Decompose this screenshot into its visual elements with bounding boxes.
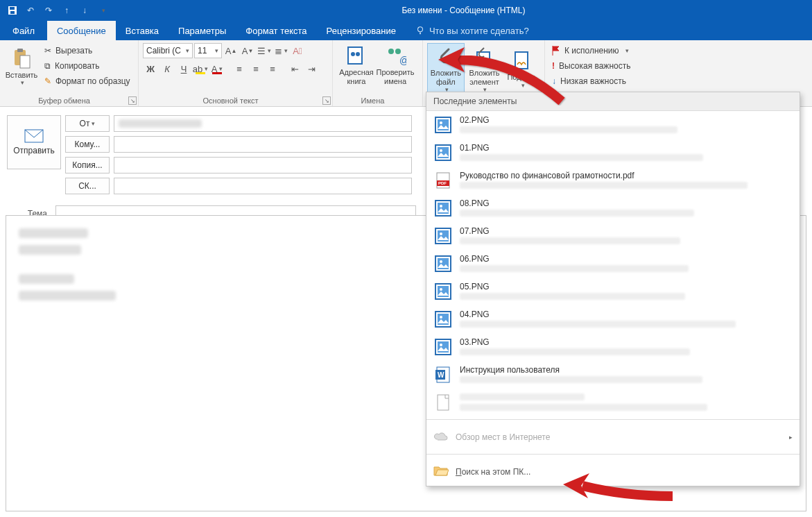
- recent-item[interactable]: 01.PNG: [426, 139, 800, 167]
- attach-file-dropdown: Последние элементы 02.PNG01.PNGPDFРуково…: [426, 92, 800, 486]
- file-path: [460, 182, 748, 189]
- undo-button[interactable]: ↶: [22, 2, 39, 19]
- high-importance-button[interactable]: ! Высокая важность: [549, 58, 644, 74]
- recent-items-header: Последние элементы: [426, 92, 800, 111]
- bullets-button[interactable]: ☰▾: [257, 43, 272, 58]
- highlight-button[interactable]: ab▾: [193, 61, 208, 76]
- italic-button[interactable]: К: [159, 61, 175, 76]
- svg-text:PDF: PDF: [438, 181, 447, 185]
- increase-font-button[interactable]: A▲: [223, 43, 239, 58]
- bcc-button[interactable]: СК...: [65, 178, 110, 194]
- check-names-label: Проверить имена: [376, 68, 415, 85]
- follow-up-button[interactable]: К исполнению▾: [549, 43, 644, 58]
- tab-message[interactable]: Сообщение: [47, 21, 116, 40]
- redo-button[interactable]: ↷: [40, 2, 57, 19]
- decrease-font-button[interactable]: A▼: [240, 43, 255, 58]
- bold-button[interactable]: Ж: [143, 61, 158, 76]
- clear-formatting-button[interactable]: A⃠: [290, 43, 305, 58]
- font-family-combo[interactable]: Calibri (С▾: [143, 43, 193, 58]
- file-path: [460, 265, 689, 272]
- svg-point-10: [356, 52, 360, 56]
- tell-me-label: Что вы хотите сделать?: [429, 26, 529, 36]
- send-label: Отправить: [13, 146, 55, 155]
- font-color-button[interactable]: A▾: [209, 61, 225, 76]
- recent-item[interactable]: 04.PNG: [426, 305, 800, 333]
- browse-pc-label: Поиск на этом ПК...: [456, 467, 530, 477]
- file-name: 07.PNG: [460, 226, 793, 236]
- file-name: 05.PNG: [460, 282, 793, 291]
- to-button[interactable]: Кому...: [65, 136, 110, 153]
- tab-format-text[interactable]: Формат текста: [236, 21, 316, 40]
- low-importance-button[interactable]: ↓ Низкая важность: [549, 74, 644, 89]
- recent-item[interactable]: [426, 389, 800, 416]
- recent-item[interactable]: 02.PNG: [426, 111, 800, 139]
- align-left-button[interactable]: ≡: [232, 61, 247, 76]
- tab-options[interactable]: Параметры: [169, 21, 236, 40]
- group-names-label: Имена: [333, 96, 413, 105]
- paste-button[interactable]: Вставить ▾: [4, 46, 39, 87]
- basic-text-dialog-launcher[interactable]: ↘: [322, 96, 331, 105]
- scissors-icon: ✂: [44, 46, 51, 56]
- recent-item[interactable]: WИнструкция пользователя: [426, 361, 800, 389]
- recent-item[interactable]: 06.PNG: [426, 250, 800, 278]
- bcc-field[interactable]: [114, 178, 412, 194]
- increase-indent-button[interactable]: ⇥: [304, 61, 319, 76]
- cc-field[interactable]: [114, 157, 412, 173]
- attach-item-button[interactable]: Вложить элемент▾: [465, 44, 505, 94]
- align-right-button[interactable]: ≡: [265, 61, 280, 76]
- down-arrow-icon: ↓: [552, 76, 556, 86]
- cc-button[interactable]: Копия...: [65, 157, 110, 173]
- customize-qat-button[interactable]: ▾: [94, 2, 111, 19]
- attach-file-button[interactable]: Вложить файл▾: [427, 43, 465, 94]
- browse-web-label: Обзор мест в Интернете: [456, 432, 550, 442]
- svg-point-37: [440, 288, 442, 291]
- send-button[interactable]: Отправить: [7, 115, 61, 169]
- recent-item[interactable]: 03.PNG: [426, 333, 800, 361]
- numbering-button[interactable]: ≣▾: [273, 43, 288, 58]
- save-button[interactable]: [4, 2, 21, 19]
- recent-item[interactable]: 05.PNG: [426, 278, 800, 305]
- file-path: [460, 348, 690, 355]
- previous-item-button[interactable]: ↑: [58, 2, 75, 19]
- clipboard-dialog-launcher[interactable]: ↘: [128, 96, 137, 105]
- recent-items-list: 02.PNG01.PNGPDFРуководство по финансовой…: [426, 111, 800, 416]
- quick-access-toolbar: ↶ ↷ ↑ ↓ ▾: [0, 2, 115, 19]
- next-item-button[interactable]: ↓: [76, 2, 93, 19]
- recent-item[interactable]: 08.PNG: [426, 194, 800, 222]
- copy-button[interactable]: ⧉ Копировать: [42, 58, 133, 74]
- signature-button[interactable]: Подпись ▾: [504, 48, 540, 89]
- decrease-indent-button[interactable]: ⇤: [287, 61, 302, 76]
- svg-point-12: [395, 49, 401, 54]
- svg-point-11: [388, 49, 394, 54]
- browse-this-pc[interactable]: Поиск на этом ПК...: [426, 457, 800, 486]
- group-names: Адресная книга @ Проверить имена Имена: [333, 40, 423, 106]
- from-field[interactable]: [114, 115, 412, 132]
- tell-me[interactable]: Что вы хотите сделать?: [406, 21, 539, 40]
- high-importance-label: Высокая важность: [559, 61, 630, 71]
- underline-button[interactable]: Ч: [176, 61, 191, 76]
- svg-rect-1: [10, 7, 15, 10]
- tab-file[interactable]: Файл: [0, 21, 47, 40]
- tab-insert[interactable]: Вставка: [116, 21, 169, 40]
- file-type-icon: [433, 310, 453, 329]
- align-center-button[interactable]: ≡: [248, 61, 264, 76]
- address-book-button[interactable]: Адресная книга: [337, 43, 376, 85]
- cut-button[interactable]: ✂ Вырезать: [42, 43, 133, 58]
- file-type-icon: [433, 393, 453, 412]
- tab-review[interactable]: Рецензирование: [317, 21, 406, 40]
- to-field[interactable]: [114, 136, 412, 153]
- file-name: 06.PNG: [460, 254, 793, 264]
- font-size-combo[interactable]: 11▾: [194, 43, 222, 58]
- file-type-icon: [433, 254, 453, 273]
- check-names-button[interactable]: @ Проверить имена: [376, 43, 415, 85]
- file-path: [460, 237, 680, 244]
- browse-web-locations[interactable]: Обзор мест в Интернете ▸: [426, 423, 800, 451]
- copy-label: Копировать: [55, 61, 100, 71]
- format-painter-button[interactable]: ✎ Формат по образцу: [42, 74, 133, 89]
- svg-point-31: [440, 232, 442, 235]
- from-button[interactable]: От▾: [65, 115, 110, 132]
- file-name: 04.PNG: [460, 310, 793, 319]
- recent-item[interactable]: PDFРуководство по финансовой грамотности…: [426, 167, 800, 194]
- recent-item[interactable]: 07.PNG: [426, 222, 800, 250]
- group-clipboard: Вставить ▾ ✂ Вырезать ⧉ Копировать ✎ Фор…: [0, 40, 139, 106]
